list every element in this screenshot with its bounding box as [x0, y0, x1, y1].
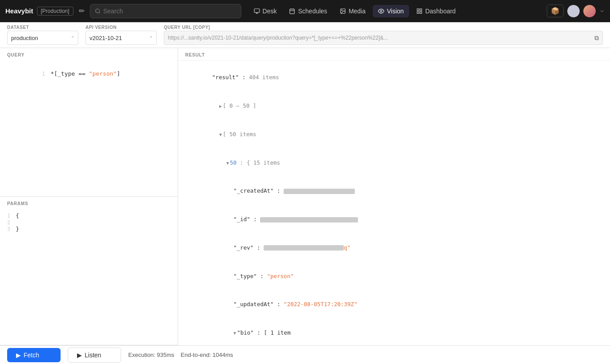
api-version-select[interactable]: v2021-10-21 — [89, 35, 147, 41]
blurred-id — [260, 217, 358, 222]
svg-point-10 — [342, 10, 342, 11]
query-code-area[interactable]: 1*[_type == "person"] — [0, 60, 178, 196]
svg-rect-2 — [254, 8, 260, 12]
item-collapse-icon[interactable] — [226, 161, 229, 166]
nav-vision-label: Vision — [387, 8, 404, 15]
params-line-num-2: 2 — [7, 219, 10, 226]
value-type: "person" — [267, 273, 293, 279]
result-50-items[interactable]: [ 50 items — [185, 120, 603, 149]
listen-button[interactable]: ▶ Listen — [68, 348, 121, 363]
svg-rect-12 — [417, 8, 419, 10]
query-header: QUERY — [0, 48, 178, 60]
api-version-chevron-icon: ⌃ — [149, 36, 153, 40]
play-icon: ▶ — [16, 352, 21, 359]
edit-icon-button[interactable]: ✏ — [77, 5, 86, 17]
fetch-button[interactable]: ▶ Fetch — [7, 348, 61, 362]
field-createdAt: "_createdAt" : — [185, 177, 603, 205]
result-content: "result" : 404 items [ 0 – 50 ] [ 50 ite… — [178, 61, 610, 345]
svg-point-0 — [95, 9, 99, 13]
top-navigation: Heavybit [Production] ✏ Desk Schedules M… — [0, 0, 610, 22]
params-section: PARAMS 1{ 2 3} — [0, 197, 178, 345]
nav-desk-label: Desk — [263, 8, 277, 15]
expand-icon[interactable] — [219, 104, 222, 109]
params-code-area[interactable]: 1{ 2 3} — [0, 209, 178, 345]
params-line-1-text: { — [16, 212, 19, 219]
main-area: QUERY 1*[_type == "person"] PARAMS 1{ 2 … — [0, 48, 610, 345]
params-line-3: 3} — [7, 226, 171, 232]
params-header: PARAMS — [0, 197, 178, 209]
dataset-select-wrapper[interactable]: production ⌃ — [7, 31, 78, 45]
nav-item-dashboard[interactable]: Dashboard — [411, 5, 461, 17]
dashboard-icon — [416, 8, 423, 14]
nav-items: Desk Schedules Media Vision Dashboard — [248, 5, 461, 17]
params-line-2: 2 — [7, 219, 171, 226]
nav-item-vision[interactable]: Vision — [373, 5, 409, 17]
fetch-label: Fetch — [24, 352, 39, 359]
query-line-1: 1*[_type == "person"] — [7, 64, 171, 84]
api-version-label: API VERSION — [85, 25, 157, 30]
dataset-chevron-icon: ⌃ — [71, 36, 74, 40]
package-icon-button[interactable]: 📦 — [547, 4, 564, 17]
svg-rect-15 — [417, 12, 419, 13]
query-section: QUERY 1*[_type == "person"] — [0, 48, 178, 197]
query-code-string: "person" — [89, 70, 117, 77]
execution-time: Execution: 935ms — [128, 352, 174, 358]
api-version-select-wrapper[interactable]: v2021-10-21 ⌃ — [85, 31, 157, 45]
brand-name: Heavybit — [5, 7, 33, 15]
dataset-select[interactable]: production — [11, 35, 69, 41]
dataset-label: DATASET — [7, 25, 78, 30]
user-avatar-main[interactable] — [583, 5, 596, 17]
bottom-bar: ▶ Fetch ▶ Listen Execution: 935ms End-to… — [0, 345, 610, 364]
svg-rect-14 — [420, 12, 422, 13]
field-type: "_type" : "person" — [185, 262, 603, 290]
chevron-down-icon — [599, 8, 605, 14]
nav-right: 📦 — [547, 4, 605, 17]
left-panel: QUERY 1*[_type == "person"] PARAMS 1{ 2 … — [0, 48, 178, 345]
query-url-bar: https://...sanity.io/v2021-10-21/data/qu… — [164, 31, 603, 45]
svg-rect-13 — [420, 8, 422, 10]
query-url-label: QUERY URL [COPY] — [164, 25, 603, 30]
dataset-field-group: DATASET production ⌃ — [7, 25, 78, 45]
blurred-createdAt — [284, 189, 355, 194]
nav-item-desk[interactable]: Desk — [248, 5, 282, 17]
svg-rect-5 — [290, 9, 295, 13]
nav-item-schedules[interactable]: Schedules — [284, 5, 332, 17]
nav-item-media[interactable]: Media — [334, 5, 371, 17]
media-icon — [340, 8, 346, 14]
field-rev: "_rev" : q" — [185, 234, 603, 262]
vision-icon — [378, 8, 384, 14]
item-key-50: 50 — [230, 159, 236, 166]
query-url-text: https://...sanity.io/v2021-10-21/data/qu… — [168, 35, 593, 41]
result-header: RESULT — [178, 48, 610, 61]
env-badge: [Production] — [37, 7, 73, 16]
field-bio[interactable]: "bio" : [ 1 item — [185, 319, 603, 345]
right-panel: RESULT "result" : 404 items [ 0 – 50 ] [… — [178, 48, 610, 345]
toolbar: DATASET production ⌃ API VERSION v2021-1… — [0, 22, 610, 48]
end-to-end-time: End-to-end: 1044ms — [181, 352, 233, 358]
execution-info: Execution: 935ms End-to-end: 1044ms — [128, 352, 233, 358]
api-version-field-group: API VERSION v2021-10-21 ⌃ — [85, 25, 157, 45]
svg-line-1 — [99, 12, 100, 13]
collapse-icon[interactable] — [219, 132, 222, 137]
result-item-50[interactable]: 50 : { 15 items — [185, 148, 603, 177]
execution-separator — [176, 352, 179, 358]
field-updatedAt: "_updatedAt" : "2022-08-05T17:20:39Z" — [185, 290, 603, 319]
nav-dashboard-label: Dashboard — [425, 8, 456, 15]
search-bar[interactable] — [90, 4, 241, 18]
params-line-3-text: } — [16, 226, 19, 232]
schedules-icon — [289, 8, 295, 14]
search-icon — [95, 8, 101, 14]
params-line-1: 1{ — [7, 212, 171, 219]
desk-icon — [254, 8, 260, 14]
result-summary: "result" : 404 items — [185, 63, 603, 92]
line-num-1: 1 — [42, 71, 45, 77]
search-input[interactable] — [103, 8, 236, 15]
nav-schedules-label: Schedules — [298, 8, 327, 15]
query-code-suffix: ] — [117, 70, 120, 77]
result-range-collapsed[interactable]: [ 0 – 50 ] — [185, 92, 603, 120]
bio-collapse-icon[interactable] — [233, 331, 236, 336]
svg-point-11 — [380, 10, 382, 12]
nav-media-label: Media — [349, 8, 366, 15]
user-avatar-small[interactable] — [567, 5, 580, 17]
copy-url-button[interactable]: ⧉ — [594, 34, 599, 42]
